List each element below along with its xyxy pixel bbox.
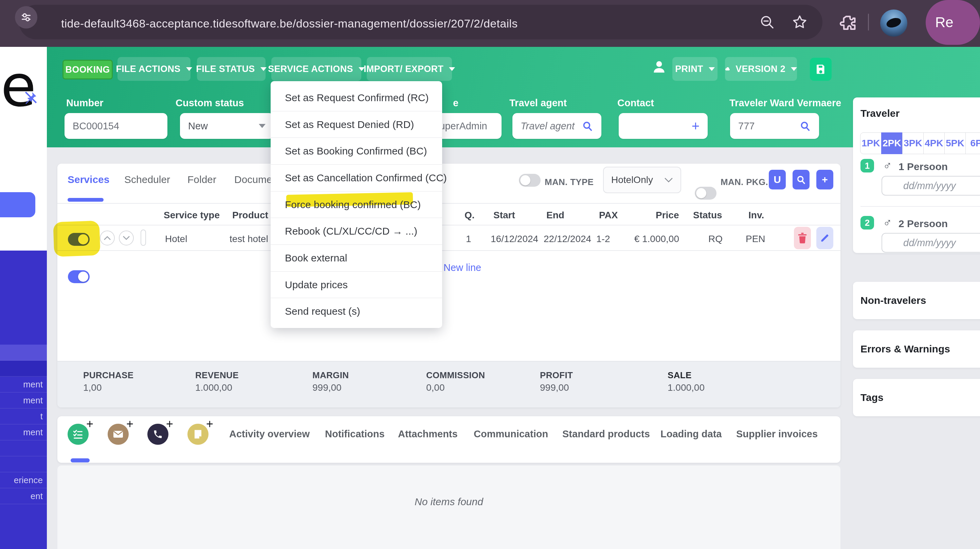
- pk-option-6pk[interactable]: 6P: [966, 132, 980, 154]
- plus-icon[interactable]: +: [86, 417, 93, 431]
- sidebar-item[interactable]: ment: [0, 424, 47, 440]
- sidebar-collapsed-button[interactable]: [0, 192, 35, 217]
- menu-item-book-external[interactable]: Book external: [270, 245, 442, 272]
- summary-label-commission: COMMISSION: [426, 370, 485, 380]
- travel-agent-label: Travel agent: [509, 97, 567, 109]
- cell-product: test hotel: [229, 234, 268, 245]
- pk-option-2pk[interactable]: 2PK: [881, 132, 902, 154]
- male-icon: ♂: [883, 216, 892, 230]
- menu-item-set-request-denied[interactable]: Set as Request Denied (RD): [270, 111, 442, 138]
- menu-item-set-booking-confirmed[interactable]: Set as Booking Confirmed (BC): [270, 138, 442, 165]
- move-row-up-button[interactable]: [100, 231, 115, 245]
- tab-notifications[interactable]: Notifications: [325, 428, 385, 440]
- extensions-puzzle-icon[interactable]: [837, 13, 856, 32]
- sidebar-item[interactable]: [0, 440, 47, 456]
- tab-attachments[interactable]: Attachments: [398, 428, 458, 440]
- import-export-menu-button[interactable]: IMPORT/ EXPORT: [367, 57, 452, 81]
- search-icon[interactable]: [582, 120, 593, 132]
- save-button[interactable]: [810, 58, 832, 81]
- package-type-select[interactable]: HotelOnly: [603, 167, 681, 193]
- tab-scheduler[interactable]: Scheduler: [124, 174, 170, 185]
- plus-icon: +: [822, 174, 828, 185]
- person-1-dob-field[interactable]: dd/mm/yyyy: [881, 176, 980, 196]
- col-start: Start: [493, 210, 515, 221]
- man-type-toggle[interactable]: [519, 174, 541, 187]
- tags-panel[interactable]: Tags: [853, 379, 980, 416]
- pk-option-1pk[interactable]: 1PK: [860, 132, 881, 154]
- version-button[interactable]: VERSION 2: [725, 57, 797, 81]
- menu-item-update-prices[interactable]: Update prices: [270, 272, 442, 298]
- menu-item-set-request-confirmed[interactable]: Set as Request Confirmed (RC): [270, 84, 442, 111]
- sidebar-item[interactable]: ent: [0, 488, 47, 504]
- new-line-link[interactable]: New line: [444, 262, 481, 273]
- pk-option-3pk[interactable]: 3PK: [902, 132, 924, 154]
- url-text[interactable]: tide-default3468-acceptance.tidesoftware…: [61, 17, 517, 30]
- tab-communication[interactable]: Communication: [474, 428, 548, 440]
- errors-warnings-panel[interactable]: Errors & Warnings: [853, 330, 980, 368]
- drag-handle[interactable]: [141, 229, 146, 246]
- delete-row-button[interactable]: [794, 227, 811, 249]
- profile-button[interactable]: Re: [926, 0, 980, 45]
- search-services-button[interactable]: [792, 170, 810, 189]
- add-task-button[interactable]: [68, 424, 89, 445]
- summary-label-sale: SALE: [668, 370, 692, 380]
- chevron-down-icon: [186, 67, 192, 71]
- non-travelers-panel[interactable]: Non-travelers: [853, 282, 980, 319]
- checklist-icon: [72, 428, 84, 440]
- tab-folder[interactable]: Folder: [188, 174, 216, 185]
- u-button[interactable]: U: [769, 170, 786, 189]
- menu-item-set-cancellation-confirmed[interactable]: Set as Cancellation Confirmed (CC): [270, 165, 442, 191]
- browser-avatar[interactable]: [880, 10, 907, 37]
- tab-supplier-invoices[interactable]: Supplier invoices: [736, 428, 818, 440]
- bookmark-star-icon[interactable]: [791, 14, 808, 30]
- number-field[interactable]: BC000154: [65, 113, 167, 139]
- service-actions-menu-button[interactable]: SERVICE ACTIONS: [271, 57, 361, 81]
- col-inv: Inv.: [748, 210, 764, 221]
- sidebar-item[interactable]: [0, 456, 47, 472]
- add-call-button[interactable]: [147, 424, 169, 445]
- tab-services[interactable]: Services: [68, 174, 109, 185]
- menu-item-force-booking-confirmed[interactable]: Force booking confirmed (BC): [270, 191, 442, 218]
- man-pkg-toggle[interactable]: [695, 187, 716, 200]
- add-email-button[interactable]: [108, 424, 129, 445]
- file-status-menu-button[interactable]: FILE STATUS: [197, 57, 266, 81]
- custom-status-select[interactable]: New: [180, 113, 274, 139]
- menu-item-rebook[interactable]: Rebook (CL/XL/CC/CD → ...): [270, 218, 442, 245]
- add-note-button[interactable]: [188, 424, 208, 445]
- edit-row-button[interactable]: [816, 227, 833, 249]
- move-row-down-button[interactable]: [119, 231, 134, 245]
- site-settings-icon[interactable]: [15, 6, 37, 29]
- sidebar-item[interactable]: [0, 361, 47, 377]
- tab-loading-data[interactable]: Loading data: [660, 428, 722, 440]
- row-toggle[interactable]: [68, 270, 90, 283]
- tab-activity-overview[interactable]: Activity overview: [229, 428, 310, 440]
- sidebar-item[interactable]: ment: [0, 393, 47, 409]
- cell-end: 22/12/2024: [544, 234, 591, 245]
- pk-option-4pk[interactable]: 4PK: [923, 132, 945, 154]
- traveler-search-field[interactable]: 777: [730, 113, 819, 139]
- user-icon[interactable]: [651, 58, 668, 75]
- pk-option-5pk[interactable]: 5PK: [944, 132, 966, 154]
- search-icon[interactable]: [799, 120, 811, 132]
- cell-price: € 1.000,00: [633, 234, 679, 245]
- person-2-dob-field[interactable]: dd/mm/yyyy: [881, 233, 980, 253]
- sidebar-item[interactable]: erience: [0, 472, 47, 488]
- menu-item-send-request[interactable]: Send request (s): [270, 298, 442, 325]
- plus-icon[interactable]: +: [126, 417, 134, 431]
- plus-icon[interactable]: +: [166, 417, 173, 431]
- contact-field[interactable]: +: [619, 113, 708, 139]
- person-1-badge: 1: [861, 159, 874, 172]
- travel-agent-field[interactable]: Travel agent: [512, 113, 601, 139]
- file-actions-menu-button[interactable]: FILE ACTIONS: [118, 57, 191, 81]
- sidebar-item[interactable]: ment: [0, 377, 47, 393]
- add-contact-icon[interactable]: +: [692, 118, 700, 134]
- zoom-out-icon[interactable]: [759, 14, 776, 30]
- unpin-icon[interactable]: [24, 90, 38, 105]
- male-icon: ♂: [883, 159, 892, 173]
- sidebar-item-active[interactable]: [0, 345, 47, 361]
- tab-standard-products[interactable]: Standard products: [562, 428, 650, 440]
- print-button[interactable]: PRINT: [672, 57, 718, 81]
- plus-icon[interactable]: +: [206, 417, 213, 431]
- sidebar-item[interactable]: t: [0, 409, 47, 424]
- add-service-button[interactable]: +: [816, 170, 833, 189]
